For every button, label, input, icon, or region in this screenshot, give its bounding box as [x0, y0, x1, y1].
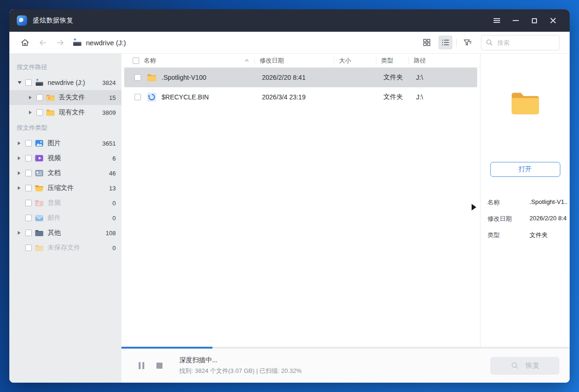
- column-name[interactable]: 名称: [121, 57, 254, 64]
- minimize-button[interactable]: [506, 14, 525, 28]
- pause-button[interactable]: [135, 360, 148, 372]
- column-type[interactable]: 类型: [376, 57, 409, 64]
- checkbox[interactable]: [25, 185, 32, 191]
- recover-button[interactable]: 恢复: [490, 357, 559, 375]
- lost-folder-icon: [46, 93, 55, 102]
- grid-view-button[interactable]: [420, 35, 434, 49]
- detail-value: 文件夹: [530, 231, 548, 239]
- sidebar-item-archives[interactable]: 压缩文件 13: [9, 181, 121, 196]
- row-checkbox[interactable]: [134, 94, 141, 100]
- home-icon: [20, 38, 30, 48]
- menu-button[interactable]: [487, 14, 506, 28]
- sort-asc-icon: [244, 57, 250, 63]
- caret-right-icon[interactable]: [18, 186, 23, 190]
- item-count: 3824: [102, 79, 116, 86]
- column-path[interactable]: 路径: [409, 57, 480, 64]
- sidebar-item-other[interactable]: 其他 108: [9, 225, 121, 240]
- checkbox[interactable]: [25, 79, 32, 86]
- drive-icon: [72, 37, 82, 48]
- list-view-button[interactable]: [438, 35, 452, 49]
- column-size[interactable]: 大小: [334, 57, 376, 64]
- caret-right-icon[interactable]: [18, 231, 23, 235]
- folder-icon: [147, 72, 157, 83]
- status-bar: 深度扫描中... 找到: 3824 个文件(3.07 GB) | 已扫描: 20…: [121, 349, 570, 383]
- grid-view-icon: [422, 38, 431, 47]
- sidebar-item-videos[interactable]: 视频 6: [9, 151, 121, 166]
- column-label: 修改日期: [260, 56, 284, 65]
- scan-status: 深度扫描中... 找到: 3824 个文件(3.07 GB) | 已扫描: 20…: [179, 356, 302, 375]
- video-icon: [35, 154, 44, 163]
- item-count: 6: [113, 155, 116, 162]
- sidebar-item-label: 图片: [48, 139, 99, 147]
- stop-button[interactable]: [153, 360, 165, 372]
- checkbox[interactable]: [25, 245, 32, 251]
- caret-right-icon[interactable]: [29, 111, 35, 114]
- sidebar-item-unsaved[interactable]: 未保存文件 0: [9, 240, 121, 255]
- item-count: 15: [109, 94, 116, 101]
- sidebar-item-lost-files[interactable]: 丢失文件 15: [9, 90, 121, 105]
- sidebar-item-label: 邮件: [48, 214, 110, 222]
- minimize-icon: [513, 20, 519, 21]
- sidebar-item-mail[interactable]: 邮件 0: [9, 210, 121, 225]
- sidebar-item-existing-files[interactable]: 现有文件 3809: [9, 105, 121, 120]
- sidebar-item-label: 音频: [48, 199, 110, 207]
- app-title: 盛炫数据恢复: [33, 16, 73, 25]
- table-row[interactable]: $RECYCLE.BIN 2026/3/4 23:19 文件夹 J:\: [124, 87, 477, 107]
- checkbox[interactable]: [36, 109, 43, 116]
- table-row[interactable]: .Spotlight-V100 2026/2/20 8:41 文件夹 J:\: [124, 68, 477, 87]
- checkbox[interactable]: [25, 140, 32, 147]
- checkbox[interactable]: [25, 200, 32, 206]
- home-button[interactable]: [18, 35, 32, 49]
- caret-right-icon[interactable]: [18, 171, 23, 175]
- column-modified[interactable]: 修改日期: [254, 57, 334, 64]
- panel-collapse-toggle[interactable]: [472, 204, 476, 210]
- scan-status-title: 深度扫描中...: [179, 356, 302, 364]
- sidebar-item-documents[interactable]: 文档 46: [9, 166, 121, 181]
- item-count: 0: [113, 215, 116, 222]
- toolbar-divider: [456, 38, 457, 47]
- list-empty-area: [121, 107, 480, 347]
- title-bar: 盛炫数据恢复: [9, 9, 570, 32]
- sidebar-item-audio[interactable]: 音频 0: [9, 196, 121, 210]
- caret-down-icon[interactable]: [18, 81, 23, 84]
- faded-folder-icon: [35, 243, 44, 252]
- sidebar-item-pictures[interactable]: 图片 3651: [9, 136, 121, 151]
- caret-right-icon[interactable]: [29, 96, 35, 99]
- sidebar-item-label: newdrive (J:): [48, 79, 99, 86]
- search-box[interactable]: [481, 35, 559, 50]
- recover-label: 恢复: [526, 361, 540, 370]
- checkbox[interactable]: [25, 215, 32, 221]
- forward-button[interactable]: [53, 35, 67, 49]
- detail-row-type: 类型 文件夹: [487, 231, 570, 239]
- checkbox[interactable]: [25, 230, 32, 236]
- search-icon: [485, 38, 494, 47]
- row-checkbox[interactable]: [134, 74, 141, 81]
- arrow-right-icon: [56, 38, 65, 48]
- document-icon: [35, 168, 44, 178]
- sidebar-section-by-path: 按文件路径: [9, 59, 121, 75]
- back-button[interactable]: [35, 35, 49, 49]
- close-button[interactable]: [544, 14, 562, 28]
- archive-folder-icon: [35, 183, 44, 193]
- file-name: .Spotlight-V100: [162, 74, 206, 81]
- caret-right-icon[interactable]: [18, 141, 23, 145]
- sidebar-item-newdrive[interactable]: newdrive (J:) 3824: [9, 75, 121, 90]
- select-all-checkbox[interactable]: [133, 57, 139, 64]
- dark-folder-icon: [35, 228, 44, 238]
- file-type: 文件夹: [379, 73, 411, 82]
- sidebar-item-label: 现有文件: [59, 108, 99, 117]
- checkbox[interactable]: [36, 94, 43, 101]
- audio-folder-icon: [35, 198, 44, 208]
- detail-value: 2026/2/20 8:4: [530, 215, 567, 223]
- filter-button[interactable]: [460, 35, 474, 49]
- column-label: 路径: [414, 56, 426, 65]
- detail-label: 类型: [487, 231, 530, 239]
- breadcrumb[interactable]: newdrive (J:): [86, 39, 126, 47]
- item-count: 0: [113, 200, 116, 207]
- checkbox[interactable]: [25, 170, 32, 176]
- maximize-button[interactable]: [525, 14, 544, 28]
- checkbox[interactable]: [25, 155, 32, 161]
- caret-right-icon[interactable]: [18, 156, 23, 160]
- search-input[interactable]: [497, 39, 549, 46]
- open-button[interactable]: 打开: [490, 162, 560, 177]
